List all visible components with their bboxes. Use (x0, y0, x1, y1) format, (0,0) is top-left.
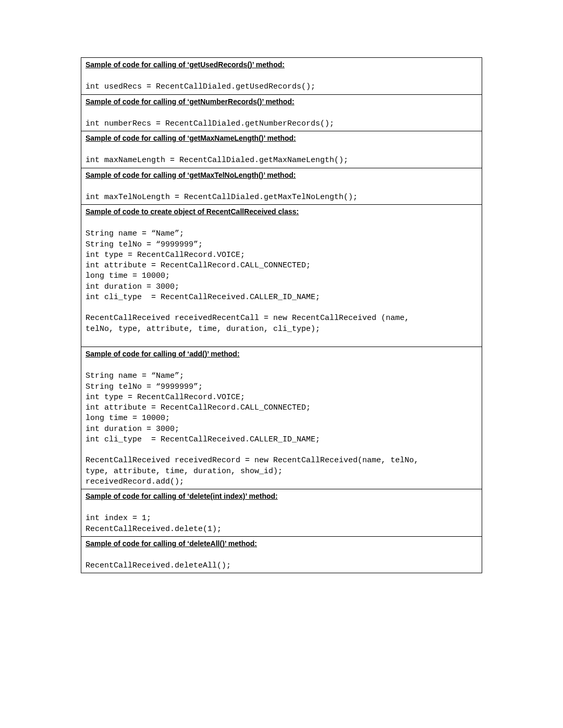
heading-getnumberrecords: Sample of code for calling of ‘getNumber… (81, 95, 482, 108)
heading-add: Sample of code for calling of ‘add()’ me… (81, 347, 482, 361)
code-getnumberrecords: int numberRecs = RecentCallDialed.getNum… (81, 108, 482, 131)
heading-getmaxnamelength: Sample of code for calling of ‘getMaxNam… (81, 131, 482, 145)
code-box: Sample of code for calling of ‘getUsedRe… (81, 57, 482, 573)
code-getusedrecords: int usedRecs = RecentCallDialed.getUsedR… (81, 71, 482, 94)
code-getmaxnamelength: int maxNameLength = RecentCallDialed.get… (81, 145, 482, 168)
code-create-recentcallreceived: String name = “Name”; String telNo = “99… (81, 218, 482, 347)
heading-create-recentcallreceived: Sample of code to create object of Recen… (81, 205, 482, 218)
heading-deleteall: Sample of code for calling of ‘deleteAll… (81, 537, 482, 550)
code-delete: int index = 1; RecentCallReceived.delete… (81, 503, 482, 536)
code-getmaxtelnolength: int maxTelNoLength = RecentCallDialed.ge… (81, 182, 482, 205)
code-deleteall: RecentCallReceived.deleteAll(); (81, 550, 482, 573)
heading-getusedrecords: Sample of code for calling of ‘getUsedRe… (81, 58, 482, 71)
heading-getmaxtelnolength: Sample of code for calling of ‘getMaxTel… (81, 168, 482, 182)
heading-delete: Sample of code for calling of ‘delete(in… (81, 489, 482, 503)
code-add: String name = “Name”; String telNo = “99… (81, 361, 482, 489)
